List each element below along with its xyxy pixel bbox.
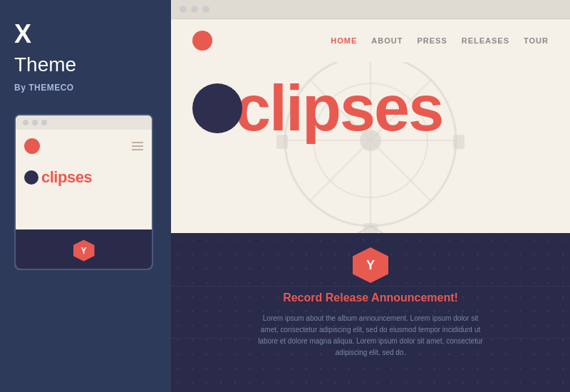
desktop-hero-title: clipses — [235, 76, 442, 140]
mobile-dot-2 — [32, 120, 38, 125]
desktop-nav-links: HOME ABOUT PRESS RELEASES TOUR — [331, 36, 549, 45]
desktop-hex-container: Y Record Release Announcement! Lorem ips… — [192, 247, 549, 359]
sidebar-logo: X — [14, 21, 157, 47]
sidebar-by-label: By — [14, 83, 26, 93]
mobile-dot-3 — [41, 120, 47, 125]
mobile-hero: clipses — [16, 130, 152, 229]
browser-dot-3 — [202, 6, 209, 13]
hamburger-line-2 — [132, 145, 143, 147]
nav-link-releases[interactable]: RELEASES — [462, 36, 509, 45]
mobile-hero-circle — [24, 170, 38, 185]
sidebar-title: Theme — [14, 53, 157, 77]
mobile-dark-section: Y — [16, 229, 152, 269]
mobile-preview: clipses Y — [14, 114, 153, 270]
browser-dot-1 — [180, 6, 187, 13]
sidebar-by-name: THEMECO — [28, 83, 74, 93]
sidebar: X Theme By THEMECO clipses — [0, 0, 171, 392]
mobile-hamburger-icon[interactable] — [132, 142, 143, 150]
mobile-hexagon: Y — [73, 240, 95, 262]
desktop-hero: HOME ABOUT PRESS RELEASES TOUR clipses — [171, 19, 570, 233]
mobile-nav-row — [24, 138, 143, 154]
mobile-hex-letter: Y — [81, 246, 86, 256]
mobile-browser-bar — [16, 115, 152, 130]
desktop-hexagon: Y — [353, 247, 388, 283]
mobile-hero-title: clipses — [41, 168, 92, 187]
browser-bar — [171, 0, 570, 19]
hamburger-line-1 — [132, 142, 143, 143]
desktop-nav: HOME ABOUT PRESS RELEASES TOUR — [171, 19, 570, 62]
mobile-logo-circle — [24, 138, 40, 154]
mobile-dot-1 — [23, 120, 28, 125]
desktop-dark-section: Y Record Release Announcement! Lorem ips… — [171, 233, 570, 392]
desktop-hero-circle — [192, 83, 242, 133]
desktop-hero-content: clipses — [171, 62, 570, 155]
nav-link-press[interactable]: PRESS — [417, 36, 447, 45]
nav-link-home[interactable]: HOME — [331, 36, 357, 45]
desktop-record-title: Record Release Announcement! — [283, 292, 458, 304]
sidebar-by: By THEMECO — [14, 83, 157, 93]
browser-dot-2 — [191, 6, 198, 13]
hamburger-line-3 — [132, 149, 143, 150]
desktop-record-text: Lorem ipsum about the album announcement… — [256, 313, 484, 359]
nav-link-about[interactable]: ABOUT — [371, 36, 403, 45]
nav-link-tour[interactable]: TOUR — [524, 36, 549, 45]
desktop-nav-logo — [192, 31, 212, 51]
main-preview: HOME ABOUT PRESS RELEASES TOUR clipses Y… — [171, 0, 570, 392]
mobile-hero-text: clipses — [24, 168, 143, 187]
desktop-hex-letter: Y — [366, 258, 375, 273]
